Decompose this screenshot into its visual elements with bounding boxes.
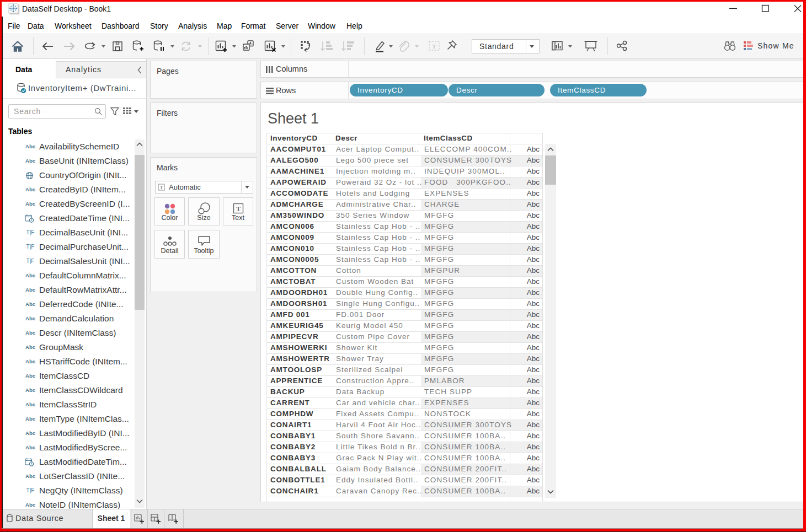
svg-text:T: T bbox=[160, 185, 163, 190]
svg-text:T: T bbox=[236, 205, 240, 213]
svg-text:T: T bbox=[432, 43, 436, 50]
